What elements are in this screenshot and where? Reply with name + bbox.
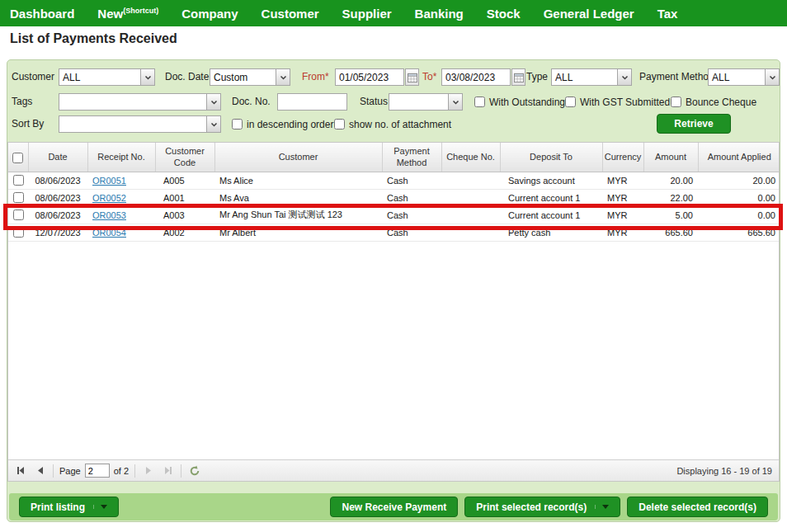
print-selected-label: Print selected record(s) [476, 501, 587, 513]
descending-order-checkbox[interactable]: in descending order [232, 115, 333, 133]
payment-method-select[interactable]: ALL [708, 68, 780, 86]
receipt-link[interactable]: OR0054 [92, 228, 126, 238]
page-of-label: of 2 [114, 466, 129, 476]
cell-amount: 665.60 [643, 224, 698, 241]
bounce-cheque-checkbox[interactable]: Bounce Cheque [671, 93, 756, 111]
nav-dashboard[interactable]: Dashboard [10, 7, 74, 21]
cell-date: 08/06/2023 [28, 189, 87, 206]
print-selected-button[interactable]: Print selected record(s) [464, 497, 620, 517]
receipt-link[interactable]: OR0053 [92, 210, 126, 220]
with-gst-submitted-label: With GST Submitted [580, 97, 670, 108]
cell-date: 08/06/2023 [28, 172, 87, 189]
bottom-toolbar: Print listing New Receive Payment Print … [9, 493, 778, 520]
dropdown-arrow-icon [595, 505, 609, 509]
col-header-amount-applied[interactable]: Amount Applied [698, 143, 780, 172]
col-header-payment-method[interactable]: Payment Method [382, 143, 441, 172]
to-date-input[interactable] [441, 68, 511, 86]
nav-company[interactable]: Company [181, 7, 238, 21]
chevron-down-icon [448, 94, 462, 110]
row-checkbox[interactable] [13, 192, 24, 203]
with-outstanding-checkbox-input[interactable] [474, 97, 485, 107]
with-outstanding-checkbox[interactable]: With Outstanding [474, 93, 565, 111]
type-select[interactable]: ALL [551, 68, 632, 86]
new-receive-payment-button[interactable]: New Receive Payment [330, 497, 458, 517]
select-all-checkbox[interactable] [12, 153, 23, 163]
to-date-label: To* [422, 68, 436, 86]
customer-select-value: ALL [59, 72, 140, 83]
prev-page-button[interactable] [32, 464, 47, 478]
col-header-customer[interactable]: Customer [214, 143, 382, 172]
descending-order-label: in descending order [247, 119, 333, 130]
nav-stock[interactable]: Stock [487, 7, 521, 21]
cell-amount-applied: 665.60 [698, 224, 780, 241]
page-number-input[interactable] [85, 464, 110, 478]
print-listing-label: Print listing [31, 501, 85, 513]
col-header-date[interactable]: Date [28, 143, 87, 172]
calendar-icon[interactable] [511, 68, 525, 86]
chevron-down-icon [276, 69, 290, 85]
print-listing-button[interactable]: Print listing [19, 497, 119, 517]
status-select[interactable] [389, 93, 463, 111]
with-gst-submitted-checkbox-input[interactable] [565, 97, 576, 107]
col-header-amount[interactable]: Amount [643, 143, 698, 172]
col-header-deposit-to[interactable]: Deposit To [500, 143, 602, 172]
cell-payment-method: Cash [382, 206, 441, 224]
doc-no-input[interactable] [277, 93, 347, 111]
sort-by-select[interactable] [59, 115, 221, 133]
doc-date-filter-label: Doc. Date [165, 68, 209, 86]
refresh-button[interactable] [187, 464, 202, 478]
sort-by-filter-label: Sort By [12, 115, 44, 133]
nav-customer[interactable]: Customer [262, 7, 319, 21]
cell-amount-applied: 0.00 [698, 189, 780, 206]
col-header-currency[interactable]: Currency [602, 143, 643, 172]
page-label: Page [59, 466, 81, 476]
delete-selected-button[interactable]: Delete selected record(s) [627, 497, 768, 517]
row-checkbox[interactable] [13, 227, 24, 238]
bounce-cheque-checkbox-input[interactable] [671, 97, 681, 107]
select-all-header[interactable] [8, 143, 28, 172]
table-row: 08/06/2023 OR0051 A005 Ms Alice Cash Sav… [8, 172, 780, 189]
cell-payment-method: Cash [382, 189, 441, 206]
row-checkbox[interactable] [13, 175, 24, 186]
page-title: List of Payments Received [10, 31, 177, 46]
table-row: 12/07/2023 OR0054 A002 Mr Albert Cash Pe… [8, 224, 780, 241]
show-attachment-checkbox-input[interactable] [334, 119, 345, 129]
descending-order-checkbox-input[interactable] [232, 119, 243, 129]
from-date-input[interactable] [335, 68, 404, 86]
receipt-link[interactable]: OR0051 [92, 176, 126, 186]
table-row: 08/06/2023 OR0052 A001 Ms Ava Cash Curre… [8, 189, 780, 206]
retrieve-button[interactable]: Retrieve [657, 114, 731, 134]
tags-select[interactable] [59, 93, 221, 111]
chevron-down-icon [765, 69, 779, 85]
doc-date-select[interactable]: Custom [210, 68, 290, 86]
grid-empty-area [8, 242, 779, 460]
nav-general-ledger[interactable]: General Ledger [544, 7, 634, 21]
nav-new[interactable]: New(Shortcut) [97, 7, 158, 21]
divider [181, 464, 181, 478]
cell-deposit-to: Petty cash [500, 224, 602, 241]
new-receive-payment-label: New Receive Payment [342, 501, 446, 513]
show-attachment-checkbox[interactable]: show no. of attachment [334, 115, 451, 133]
row-checkbox[interactable] [13, 210, 24, 220]
bounce-cheque-label: Bounce Cheque [686, 97, 756, 108]
payments-grid: Date Receipt No. Customer Code Customer … [7, 142, 780, 482]
col-header-customer-code[interactable]: Customer Code [155, 143, 214, 172]
cell-date: 08/06/2023 [28, 206, 87, 224]
nav-supplier[interactable]: Supplier [342, 7, 392, 21]
payment-method-filter-label: Payment Method [639, 68, 714, 86]
customer-select[interactable]: ALL [59, 68, 155, 86]
col-header-cheque-no[interactable]: Cheque No. [441, 143, 500, 172]
receipt-link[interactable]: OR0052 [92, 193, 126, 203]
type-select-value: ALL [552, 72, 617, 83]
doc-date-select-value: Custom [210, 72, 276, 83]
nav-tax[interactable]: Tax [657, 7, 678, 21]
col-header-receipt-no[interactable]: Receipt No. [87, 143, 155, 172]
with-gst-submitted-checkbox[interactable]: With GST Submitted [565, 93, 670, 111]
first-page-button[interactable] [13, 464, 28, 478]
calendar-icon[interactable] [405, 68, 419, 86]
nav-new-label: New [97, 7, 123, 21]
nav-banking[interactable]: Banking [415, 7, 464, 21]
chevron-down-icon [617, 69, 631, 85]
last-page-button[interactable] [160, 464, 175, 478]
next-page-button[interactable] [141, 464, 156, 478]
